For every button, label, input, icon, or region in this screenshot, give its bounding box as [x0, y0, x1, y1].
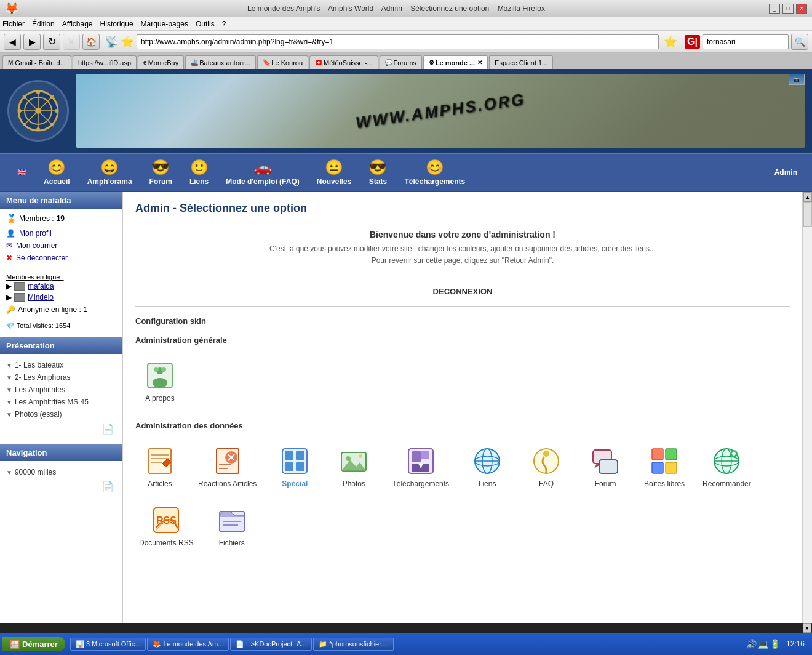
svg-point-51	[545, 471, 547, 473]
nav-flag[interactable]: 🇬🇧	[10, 166, 34, 179]
admin-item-faq[interactable]: FAQ	[522, 443, 571, 492]
nav-faq[interactable]: 🚗 Mode d'emploi (FAQ)	[218, 156, 307, 188]
sidebar-navigation-items: ▼ 90000 milles 📄	[0, 461, 122, 500]
sidebar-menu-header[interactable]: Menu de mafalda	[0, 192, 122, 209]
deconnecter-label: Se déconnecter	[16, 254, 68, 262]
search-button[interactable]: 🔍	[791, 34, 808, 50]
tab-meteo[interactable]: 🇨🇭MétéoSuisse -...	[309, 55, 378, 69]
fichiers-label: Fichiers	[219, 539, 245, 547]
menu-help[interactable]: ?	[222, 20, 226, 28]
sidebar-nav-add-button[interactable]: 📄	[6, 478, 116, 495]
menu-marquepages[interactable]: Marque-pages	[141, 20, 188, 28]
admin-item-articles[interactable]: Articles	[135, 443, 185, 492]
boites-icon	[650, 446, 679, 476]
divider-1	[135, 279, 790, 279]
photos-label: Photos	[343, 480, 365, 488]
reactions-label: Réactions Articles	[198, 480, 257, 488]
svg-point-8	[36, 127, 40, 131]
search-input[interactable]	[703, 34, 789, 49]
liens-icon-admin	[472, 446, 502, 476]
nav-liens[interactable]: 🙂 Liens	[182, 156, 216, 188]
amphorama-icon: 😄	[100, 159, 119, 176]
nav-amphorama[interactable]: 😄 Amph'orama	[80, 156, 140, 188]
admin-item-special[interactable]: Spécial	[270, 443, 319, 492]
admin-item-forum[interactable]: Forum	[581, 443, 630, 492]
total-visits: 💎 Total visites: 1654	[6, 322, 116, 330]
admin-item-apropos[interactable]: A propos	[135, 357, 185, 406]
admin-item-recommander[interactable]: Recommander	[699, 443, 755, 492]
tab-kourou[interactable]: 🔖Le Kourou	[257, 55, 308, 69]
maximize-button[interactable]: □	[782, 4, 794, 14]
back-button[interactable]: ◀	[4, 34, 21, 50]
nav-forum[interactable]: 😎 Forum	[142, 156, 180, 188]
content-area: Admin - Sélectionnez une option Bienvenu…	[123, 192, 802, 623]
admin-item-liens[interactable]: Liens	[463, 443, 512, 492]
user-mindelo-name[interactable]: Mindelo	[28, 293, 54, 302]
svg-rect-59	[666, 462, 677, 473]
tab-bateaux[interactable]: 🚢Bateaux autour...	[185, 55, 256, 69]
sidebar-deconnecter[interactable]: ✖ Se déconnecter	[6, 252, 116, 264]
menu-outils[interactable]: Outils	[196, 20, 215, 28]
sidebar-mon-profil[interactable]: 👤 Mon profil	[6, 227, 116, 239]
svg-rect-32	[285, 451, 293, 460]
menu-historique[interactable]: Historique	[100, 20, 133, 28]
forward-button[interactable]: ▶	[23, 34, 41, 50]
address-bar[interactable]	[137, 34, 659, 49]
tab-espace[interactable]: Espace Client 1...	[489, 55, 553, 69]
admin-item-rss[interactable]: RSS Documents RSS	[135, 502, 197, 551]
svg-point-11	[23, 95, 26, 99]
reload-button[interactable]: ↻	[43, 34, 60, 50]
svg-rect-35	[296, 462, 304, 471]
pres-item-amphitrites[interactable]: ▼ Les Amphitrites	[6, 384, 116, 396]
svg-rect-58	[652, 462, 663, 473]
nav-telechargements[interactable]: 😊 Téléchargements	[397, 156, 472, 188]
online-user-mindelo: ▶ Mindelo	[6, 292, 116, 303]
window-controls[interactable]: _ □ ✕	[769, 4, 807, 14]
pres-item-photos[interactable]: ▼ Photos (essai)	[6, 408, 116, 420]
admin-item-boites[interactable]: Boîtes libres	[640, 443, 689, 492]
profil-label: Mon profil	[19, 229, 52, 238]
tab-ebay[interactable]: eMon eBay	[138, 55, 184, 69]
tab-lemonde[interactable]: ⚙Le monde ... ✕	[423, 55, 488, 69]
deconnexion-link[interactable]: DECONNEXION	[135, 287, 790, 296]
nav-nouvelles[interactable]: 😐 Nouvelles	[309, 156, 359, 188]
nav-stats[interactable]: 😎 Stats	[361, 156, 394, 188]
scroll-bar[interactable]: ▲ ▼	[802, 192, 812, 623]
nav-accueil[interactable]: 😊 Accueil	[36, 156, 78, 188]
minimize-button[interactable]: _	[769, 4, 780, 14]
nav-faq-label: Mode d'emploi (FAQ)	[226, 177, 300, 186]
main-layout: Menu de mafalda 🏅 Membres : 19 👤 Mon pro…	[0, 192, 812, 623]
pres-item-amphoras[interactable]: ▼ 2- Les Amphoras	[6, 371, 116, 384]
pres-item-amphitrites-ms[interactable]: ▼ Les Amphitrites MS 45	[6, 396, 116, 408]
sidebar-navigation-header[interactable]: Navigation	[0, 444, 122, 461]
menu-affichage[interactable]: Affichage	[62, 20, 93, 28]
menu-fichier[interactable]: Fichier	[2, 20, 25, 28]
sidebar-mon-courrier[interactable]: ✉ Mon courrier	[6, 239, 116, 252]
liens-label: Liens	[479, 480, 496, 488]
sidebar-presentation-section: Présentation ▼ 1- Les bateaux ▼ 2- Les A…	[0, 337, 122, 442]
membres-en-ligne-label[interactable]: Membres en ligne :	[6, 273, 116, 281]
nav-item-90000[interactable]: ▼ 90000 milles	[6, 466, 116, 478]
total-label: Total visites:	[17, 322, 54, 329]
deconnexion-anchor[interactable]: DECONNEXION	[433, 287, 493, 296]
pres-item-bateaux[interactable]: ▼ 1- Les bateaux	[6, 359, 116, 371]
sidebar-menu-content: 🏅 Membres : 19 👤 Mon profil ✉ Mon courri…	[0, 209, 122, 335]
tab-forums[interactable]: 💬Forums	[380, 55, 422, 69]
sidebar-presentation-header[interactable]: Présentation	[0, 337, 122, 354]
admin-item-photos[interactable]: Photos	[329, 443, 378, 492]
sidebar-add-button[interactable]: 📄	[6, 420, 116, 437]
stop-button[interactable]: ✕	[63, 34, 80, 50]
online-user-mafalda: ▶ mafalda	[6, 281, 116, 292]
close-button[interactable]: ✕	[796, 4, 807, 14]
tab-gmail[interactable]: MGmail - Boîte d...	[2, 55, 71, 69]
nav-90000-label: 90000 milles	[15, 468, 56, 476]
user-mafalda-name[interactable]: mafalda	[28, 282, 54, 291]
tab-iflid[interactable]: https://w...iflD.asp	[73, 55, 137, 69]
menu-edition[interactable]: Édition	[32, 20, 55, 28]
admin-item-fichiers[interactable]: Fichiers	[207, 502, 257, 551]
admin-item-telechargements[interactable]: Téléchargements	[388, 443, 453, 492]
home-button[interactable]: 🏠	[82, 34, 100, 50]
admin-item-reactions[interactable]: Réactions Articles	[194, 443, 260, 492]
pres-arrow-2: ▼	[6, 374, 12, 381]
nav-admin[interactable]: Admin	[770, 166, 802, 179]
